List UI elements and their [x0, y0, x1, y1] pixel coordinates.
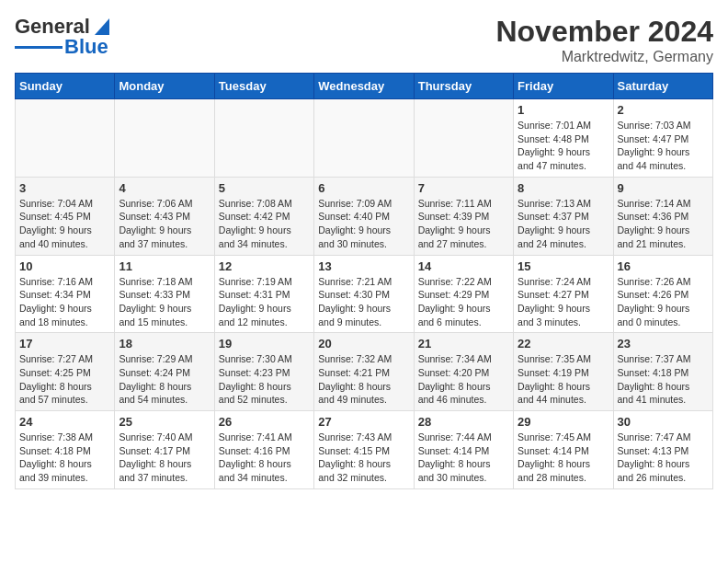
- day-number: 10: [19, 259, 110, 273]
- day-number: 9: [618, 181, 709, 195]
- day-info: Sunrise: 7:32 AM Sunset: 4:21 PM Dayligh…: [318, 352, 409, 407]
- month-title: November 2024: [495, 15, 713, 49]
- calendar-cell: 27Sunrise: 7:43 AM Sunset: 4:15 PM Dayli…: [314, 411, 414, 489]
- logo: General Blue: [15, 15, 109, 59]
- day-number: 23: [618, 337, 709, 350]
- calendar-cell: [214, 99, 313, 178]
- day-number: 4: [119, 181, 210, 195]
- day-number: 14: [418, 259, 509, 273]
- day-number: 5: [219, 181, 310, 195]
- calendar-cell: 22Sunrise: 7:35 AM Sunset: 4:19 PM Dayli…: [514, 333, 613, 411]
- day-number: 8: [518, 181, 609, 195]
- logo-underline: [15, 46, 63, 49]
- day-number: 19: [219, 337, 310, 350]
- calendar-table: SundayMondayTuesdayWednesdayThursdayFrid…: [15, 73, 713, 489]
- day-info: Sunrise: 7:47 AM Sunset: 4:13 PM Dayligh…: [618, 431, 709, 485]
- day-number: 21: [418, 337, 509, 350]
- weekday-header: Saturday: [613, 74, 712, 99]
- day-info: Sunrise: 7:30 AM Sunset: 4:23 PM Dayligh…: [219, 352, 310, 407]
- day-info: Sunrise: 7:26 AM Sunset: 4:26 PM Dayligh…: [618, 275, 709, 329]
- day-info: Sunrise: 7:38 AM Sunset: 4:18 PM Dayligh…: [19, 431, 110, 485]
- logo-text-blue: Blue: [64, 35, 108, 59]
- day-info: Sunrise: 7:43 AM Sunset: 4:15 PM Dayligh…: [318, 431, 409, 485]
- weekday-header: Wednesday: [314, 74, 414, 99]
- weekday-header: Friday: [514, 74, 613, 99]
- calendar-cell: 17Sunrise: 7:27 AM Sunset: 4:25 PM Dayli…: [16, 333, 115, 411]
- calendar-cell: 24Sunrise: 7:38 AM Sunset: 4:18 PM Dayli…: [16, 411, 115, 489]
- day-info: Sunrise: 7:03 AM Sunset: 4:47 PM Dayligh…: [618, 119, 709, 173]
- logo-icon: [91, 15, 109, 35]
- calendar-cell: 16Sunrise: 7:26 AM Sunset: 4:26 PM Dayli…: [613, 255, 712, 333]
- day-info: Sunrise: 7:40 AM Sunset: 4:17 PM Dayligh…: [119, 431, 210, 485]
- calendar-cell: 1Sunrise: 7:01 AM Sunset: 4:48 PM Daylig…: [514, 99, 613, 178]
- day-info: Sunrise: 7:13 AM Sunset: 4:37 PM Dayligh…: [518, 197, 609, 251]
- calendar-cell: 8Sunrise: 7:13 AM Sunset: 4:37 PM Daylig…: [514, 177, 613, 255]
- calendar-cell: 26Sunrise: 7:41 AM Sunset: 4:16 PM Dayli…: [214, 411, 313, 489]
- day-number: 25: [119, 415, 210, 429]
- day-info: Sunrise: 7:37 AM Sunset: 4:18 PM Dayligh…: [618, 352, 709, 407]
- day-info: Sunrise: 7:34 AM Sunset: 4:20 PM Dayligh…: [418, 352, 509, 407]
- day-info: Sunrise: 7:01 AM Sunset: 4:48 PM Dayligh…: [518, 119, 609, 173]
- day-info: Sunrise: 7:24 AM Sunset: 4:27 PM Dayligh…: [518, 275, 609, 329]
- day-number: 24: [19, 415, 110, 429]
- calendar-cell: 12Sunrise: 7:19 AM Sunset: 4:31 PM Dayli…: [214, 255, 313, 333]
- day-number: 1: [518, 103, 609, 117]
- calendar-cell: 15Sunrise: 7:24 AM Sunset: 4:27 PM Dayli…: [514, 255, 613, 333]
- weekday-header: Thursday: [414, 74, 513, 99]
- day-number: 27: [318, 415, 409, 429]
- day-number: 13: [318, 259, 409, 273]
- day-number: 30: [618, 415, 709, 429]
- day-info: Sunrise: 7:44 AM Sunset: 4:14 PM Dayligh…: [418, 431, 509, 485]
- day-info: Sunrise: 7:35 AM Sunset: 4:19 PM Dayligh…: [518, 352, 609, 407]
- calendar-cell: 6Sunrise: 7:09 AM Sunset: 4:40 PM Daylig…: [314, 177, 414, 255]
- day-info: Sunrise: 7:41 AM Sunset: 4:16 PM Dayligh…: [219, 431, 310, 485]
- day-info: Sunrise: 7:45 AM Sunset: 4:14 PM Dayligh…: [518, 431, 609, 485]
- calendar-cell: 13Sunrise: 7:21 AM Sunset: 4:30 PM Dayli…: [314, 255, 414, 333]
- day-info: Sunrise: 7:18 AM Sunset: 4:33 PM Dayligh…: [119, 275, 210, 329]
- calendar-cell: 14Sunrise: 7:22 AM Sunset: 4:29 PM Dayli…: [414, 255, 513, 333]
- location: Marktredwitz, Germany: [495, 49, 713, 65]
- calendar-cell: 3Sunrise: 7:04 AM Sunset: 4:45 PM Daylig…: [16, 177, 115, 255]
- calendar-cell: [16, 99, 115, 178]
- calendar-cell: [314, 99, 414, 178]
- calendar-cell: 29Sunrise: 7:45 AM Sunset: 4:14 PM Dayli…: [514, 411, 613, 489]
- svg-marker-0: [95, 18, 109, 35]
- day-number: 29: [518, 415, 609, 429]
- day-number: 18: [119, 337, 210, 350]
- day-info: Sunrise: 7:06 AM Sunset: 4:43 PM Dayligh…: [119, 197, 210, 251]
- day-number: 20: [318, 337, 409, 350]
- day-number: 12: [219, 259, 310, 273]
- calendar-cell: 4Sunrise: 7:06 AM Sunset: 4:43 PM Daylig…: [115, 177, 214, 255]
- calendar-cell: 11Sunrise: 7:18 AM Sunset: 4:33 PM Dayli…: [115, 255, 214, 333]
- calendar-cell: 10Sunrise: 7:16 AM Sunset: 4:34 PM Dayli…: [16, 255, 115, 333]
- day-info: Sunrise: 7:11 AM Sunset: 4:39 PM Dayligh…: [418, 197, 509, 251]
- calendar-header-row: SundayMondayTuesdayWednesdayThursdayFrid…: [16, 74, 713, 99]
- calendar-cell: 18Sunrise: 7:29 AM Sunset: 4:24 PM Dayli…: [115, 333, 214, 411]
- day-info: Sunrise: 7:04 AM Sunset: 4:45 PM Dayligh…: [19, 197, 110, 251]
- calendar-cell: 2Sunrise: 7:03 AM Sunset: 4:47 PM Daylig…: [613, 99, 712, 178]
- calendar-cell: 30Sunrise: 7:47 AM Sunset: 4:13 PM Dayli…: [613, 411, 712, 489]
- calendar-cell: 19Sunrise: 7:30 AM Sunset: 4:23 PM Dayli…: [214, 333, 313, 411]
- day-number: 22: [518, 337, 609, 350]
- calendar-cell: 28Sunrise: 7:44 AM Sunset: 4:14 PM Dayli…: [414, 411, 513, 489]
- day-info: Sunrise: 7:21 AM Sunset: 4:30 PM Dayligh…: [318, 275, 409, 329]
- day-number: 2: [618, 103, 709, 117]
- day-info: Sunrise: 7:19 AM Sunset: 4:31 PM Dayligh…: [219, 275, 310, 329]
- day-number: 15: [518, 259, 609, 273]
- day-number: 3: [19, 181, 110, 195]
- calendar-cell: 23Sunrise: 7:37 AM Sunset: 4:18 PM Dayli…: [613, 333, 712, 411]
- calendar-cell: 5Sunrise: 7:08 AM Sunset: 4:42 PM Daylig…: [214, 177, 313, 255]
- day-info: Sunrise: 7:22 AM Sunset: 4:29 PM Dayligh…: [418, 275, 509, 329]
- day-number: 28: [418, 415, 509, 429]
- weekday-header: Tuesday: [214, 74, 313, 99]
- day-number: 6: [318, 181, 409, 195]
- day-number: 16: [618, 259, 709, 273]
- day-info: Sunrise: 7:14 AM Sunset: 4:36 PM Dayligh…: [618, 197, 709, 251]
- weekday-header: Monday: [115, 74, 214, 99]
- day-info: Sunrise: 7:09 AM Sunset: 4:40 PM Dayligh…: [318, 197, 409, 251]
- calendar-cell: 9Sunrise: 7:14 AM Sunset: 4:36 PM Daylig…: [613, 177, 712, 255]
- day-number: 17: [19, 337, 110, 350]
- calendar-cell: 20Sunrise: 7:32 AM Sunset: 4:21 PM Dayli…: [314, 333, 414, 411]
- calendar-cell: 21Sunrise: 7:34 AM Sunset: 4:20 PM Dayli…: [414, 333, 513, 411]
- day-number: 7: [418, 181, 509, 195]
